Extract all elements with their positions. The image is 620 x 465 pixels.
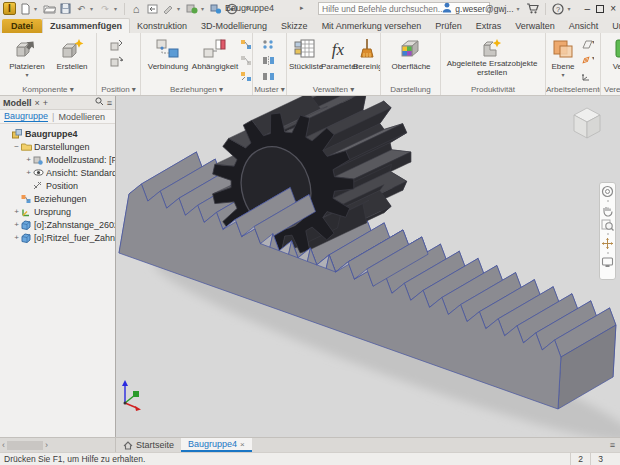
- help-icon[interactable]: ?: [551, 2, 565, 16]
- group-label-verwalten[interactable]: Verwalten ▾: [287, 85, 380, 94]
- stueckliste-button[interactable]: Stückliste: [289, 36, 321, 71]
- platzieren-dropdown[interactable]: ▾: [6, 71, 48, 80]
- minimize-button[interactable]: –: [585, 4, 591, 14]
- tab-3d-modellierung[interactable]: 3D-Modellierung: [194, 19, 274, 33]
- tree-item-ursprung[interactable]: + Ursprung: [0, 205, 115, 218]
- scroll-right-icon[interactable]: ›: [45, 440, 48, 450]
- tab-datei[interactable]: Datei: [2, 19, 42, 33]
- user-account-button[interactable]: g.weser@gwj...: [455, 4, 513, 14]
- group-label-beziehungen[interactable]: Beziehungen ▾: [141, 85, 252, 94]
- hide-relations-icon[interactable]: [239, 54, 253, 67]
- maximize-button[interactable]: [596, 5, 604, 13]
- ebene-button[interactable]: Ebene ▾: [548, 36, 578, 80]
- orbit-icon[interactable]: [601, 237, 614, 250]
- browser-tab-baugruppe[interactable]: Baugruppe: [4, 111, 48, 122]
- tree-item-darstellungen[interactable]: − Darstellungen: [0, 140, 115, 153]
- measure-icon[interactable]: [209, 2, 223, 16]
- free-move-icon[interactable]: [109, 38, 123, 51]
- sketch-dropdown[interactable]: ▾: [177, 5, 183, 12]
- redo-dropdown[interactable]: ▾: [114, 5, 120, 12]
- copy-pattern-icon[interactable]: [261, 70, 275, 83]
- navigation-wheel-icon[interactable]: [601, 185, 614, 198]
- update-icon[interactable]: [185, 2, 199, 16]
- abgeleitete-button[interactable]: Abgeleitete Ersatzobjekte erstellen: [444, 36, 540, 77]
- verbindung-button[interactable]: Verbindung: [145, 36, 191, 71]
- browser-menu-icon[interactable]: ≡: [107, 98, 112, 108]
- browser-tab-modellieren[interactable]: Modellieren: [58, 112, 105, 122]
- tab-skizze[interactable]: Skizze: [274, 19, 315, 33]
- tab-verwalten[interactable]: Verwalten: [508, 19, 562, 33]
- tab-list-menu-icon[interactable]: ≡: [610, 438, 620, 452]
- ucs-icon[interactable]: [580, 70, 594, 83]
- close-button[interactable]: ×: [610, 4, 616, 14]
- new-file-dropdown[interactable]: ▾: [34, 5, 40, 12]
- pan-hand-icon[interactable]: [601, 204, 614, 217]
- vereinfachen-button[interactable]: Verein: [604, 36, 620, 71]
- home-icon[interactable]: ⌂: [129, 2, 143, 16]
- tree-item-position[interactable]: Position: [0, 179, 115, 192]
- browser-close-icon[interactable]: ×: [35, 98, 40, 108]
- work-plane-small-icon[interactable]: ▾: [580, 38, 594, 51]
- work-point-icon[interactable]: ▾: [580, 54, 594, 67]
- update-dropdown[interactable]: ▾: [201, 5, 207, 12]
- mirror-pattern-icon[interactable]: [261, 54, 275, 67]
- tab-mit-anmerkung[interactable]: Mit Anmerkung versehen: [315, 19, 429, 33]
- group-label-vereinfachung[interactable]: Vereinfa: [601, 85, 620, 94]
- group-label-arbeitselemente[interactable]: Arbeitselemente: [546, 85, 600, 94]
- tab-ansicht[interactable]: Ansicht: [562, 19, 606, 33]
- browser-search-icon[interactable]: [95, 97, 104, 108]
- tab-extras[interactable]: Extras: [469, 19, 509, 33]
- scrollbar-thumb[interactable]: [7, 441, 43, 450]
- relation-settings-icon[interactable]: [239, 70, 253, 83]
- show-relations-icon[interactable]: [239, 38, 253, 51]
- inventor-logo-icon[interactable]: I: [3, 2, 16, 15]
- rectangular-pattern-icon[interactable]: [261, 38, 275, 51]
- navigation-bar[interactable]: [599, 182, 616, 280]
- undo-icon[interactable]: ↶: [74, 2, 88, 16]
- tab-umgebungen[interactable]: Umgebungen: [605, 19, 620, 33]
- resize-grip[interactable]: [610, 453, 620, 465]
- tree-item-ritzel[interactable]: + [o]:Ritzel_fuer_Zahnst: [0, 231, 115, 244]
- bereinigen-button[interactable]: Bereinigen: [353, 36, 381, 71]
- save-icon[interactable]: [58, 2, 72, 16]
- group-label-position[interactable]: Position ▾: [97, 85, 140, 94]
- tab-konstruktion[interactable]: Konstruktion: [130, 19, 194, 33]
- sketch-icon[interactable]: [161, 2, 175, 16]
- group-label-muster[interactable]: Muster ▾: [253, 85, 286, 94]
- erstellen-button[interactable]: Erstellen: [52, 36, 92, 71]
- group-label-darstellung[interactable]: Darstellung: [381, 85, 440, 94]
- undo-dropdown[interactable]: ▾: [90, 5, 96, 12]
- platzieren-button[interactable]: Platzieren ▾: [6, 36, 48, 80]
- parameter-button[interactable]: fx Parameter: [321, 36, 355, 71]
- look-at-icon[interactable]: [601, 256, 614, 268]
- ebene-dropdown[interactable]: ▾: [548, 71, 578, 80]
- tab-baugruppe4-document[interactable]: Baugruppe4 ×: [181, 438, 252, 452]
- tree-item-ansicht[interactable]: + Ansicht: Standard: [0, 166, 115, 179]
- close-tab-icon[interactable]: ×: [240, 440, 245, 449]
- view-cube[interactable]: [564, 102, 610, 148]
- tab-pruefen[interactable]: Prüfen: [428, 19, 469, 33]
- scroll-left-icon[interactable]: ‹: [2, 440, 5, 450]
- tab-zusammenfuegen[interactable]: Zusammenfügen: [42, 18, 130, 33]
- open-icon[interactable]: [42, 2, 56, 16]
- title-arrow-icon[interactable]: ▸: [300, 4, 304, 12]
- redo-icon[interactable]: ↷: [98, 2, 112, 16]
- abhaengigkeit-button[interactable]: Abhängigkeit: [191, 36, 239, 71]
- store-cart-icon[interactable]: [526, 2, 540, 16]
- user-dropdown[interactable]: ▾: [517, 5, 523, 12]
- zoom-icon[interactable]: [601, 218, 614, 231]
- tree-item-modellzustand[interactable]: + Modellzustand: [Pr: [0, 153, 115, 166]
- oberflaeche-button[interactable]: Oberfläche: [389, 36, 433, 71]
- group-label-komponente[interactable]: Komponente ▾: [0, 85, 96, 94]
- tree-item-baugruppe4[interactable]: Baugruppe4: [0, 127, 115, 140]
- free-rotate-icon[interactable]: [109, 54, 123, 67]
- return-icon[interactable]: [145, 2, 159, 16]
- browser-horizontal-scrollbar[interactable]: ‹ ›: [0, 438, 116, 452]
- 3d-viewport[interactable]: [116, 96, 620, 437]
- tree-item-zahnstange[interactable]: + [o]:Zahnstange_2602: [0, 218, 115, 231]
- tab-startseite[interactable]: Startseite: [116, 438, 181, 452]
- model-canvas[interactable]: [116, 96, 620, 437]
- tree-item-beziehungen[interactable]: Beziehungen: [0, 192, 115, 205]
- help-dropdown[interactable]: ▾: [568, 5, 574, 12]
- group-label-produktivitaet[interactable]: Produktivität: [441, 85, 545, 94]
